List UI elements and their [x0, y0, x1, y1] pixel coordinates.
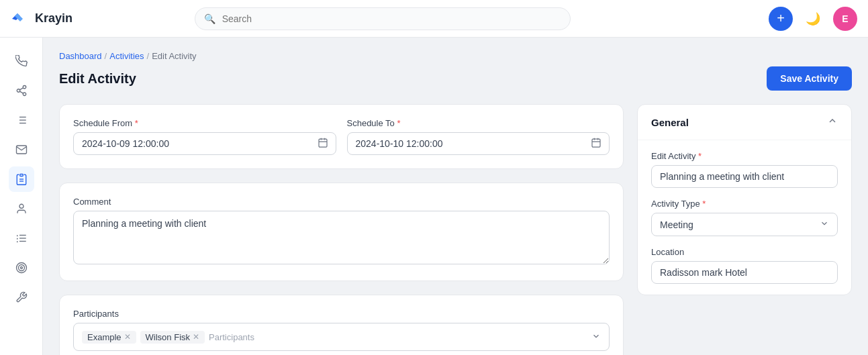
panel-activity-type-field: Activity Type * Meeting: [651, 199, 838, 236]
participant-tag-example-remove[interactable]: ✕: [124, 333, 131, 341]
panel-location-label: Location: [651, 247, 838, 257]
comment-card: Comment: [59, 183, 624, 281]
avatar[interactable]: E: [833, 7, 857, 31]
panel-activity-type-arrow-icon: [820, 219, 829, 230]
main-content: Dashboard / Activities / Edit Activity E…: [43, 38, 868, 355]
panel-activity-type-value: Meeting: [660, 219, 820, 230]
svg-point-14: [19, 204, 23, 208]
breadcrumb-current: Edit Activity: [152, 51, 196, 61]
panel-title: General: [651, 117, 689, 128]
nav-icon-list[interactable]: [9, 107, 34, 133]
page-header: Edit Activity Save Activity: [59, 66, 852, 91]
svg-point-0: [23, 86, 26, 89]
nav-icon-wrench[interactable]: [9, 285, 34, 310]
calendar-from-icon[interactable]: [318, 138, 328, 150]
participant-tag-example-label: Example: [87, 332, 122, 342]
participants-card: Participants Example ✕ Wilson Fisk ✕ Par…: [59, 295, 624, 355]
svg-line-4: [19, 88, 23, 90]
panel-location-input[interactable]: [651, 261, 838, 284]
svg-rect-21: [319, 139, 327, 147]
breadcrumb-activities[interactable]: Activities: [109, 51, 144, 61]
panel-body: Edit Activity * Activity Type * Meeting: [638, 140, 851, 295]
topbar-actions: + 🌙 E: [769, 7, 857, 31]
schedule-card: Schedule From *: [59, 104, 624, 169]
schedule-from-label: Schedule From *: [73, 118, 336, 128]
panel-edit-activity-field: Edit Activity *: [651, 151, 838, 188]
general-panel: General Edit Activity *: [637, 104, 852, 295]
breadcrumb-dashboard[interactable]: Dashboard: [59, 51, 102, 61]
schedule-from-input[interactable]: [73, 132, 336, 155]
form-layout: Schedule From *: [59, 104, 852, 355]
logo-icon: [11, 12, 30, 26]
schedule-row: Schedule From *: [73, 118, 610, 155]
save-activity-button[interactable]: Save Activity: [767, 66, 852, 91]
sidebar-nav: [0, 38, 43, 355]
schedule-to-label: Schedule To *: [347, 118, 610, 128]
theme-toggle-button[interactable]: 🌙: [801, 7, 825, 31]
schedule-from-group: Schedule From *: [73, 118, 336, 155]
nav-icon-mail[interactable]: [9, 137, 34, 162]
participants-placeholder: Participants: [209, 332, 254, 342]
search-icon: 🔍: [204, 13, 215, 24]
required-star-3: *: [698, 151, 702, 161]
schedule-to-group: Schedule To *: [347, 118, 610, 155]
participants-chevron-icon[interactable]: [591, 332, 601, 343]
panel-header: General: [638, 105, 851, 140]
participant-tag-wilson: Wilson Fisk ✕: [140, 331, 205, 344]
topbar: Krayin 🔍 + 🌙 E: [0, 0, 868, 38]
comment-textarea[interactable]: [73, 211, 610, 264]
panel-collapse-icon[interactable]: [827, 115, 838, 129]
breadcrumb-sep-1: /: [105, 51, 107, 61]
svg-rect-25: [592, 139, 600, 147]
sidebar-panel: General Edit Activity *: [637, 104, 852, 355]
comment-label: Comment: [73, 197, 610, 207]
nav-icon-phone[interactable]: [9, 48, 34, 74]
panel-location-field: Location: [651, 247, 838, 284]
breadcrumb-sep-2: /: [147, 51, 150, 61]
participant-tag-example: Example ✕: [82, 331, 136, 344]
required-star-4: *: [702, 199, 706, 209]
panel-activity-type-select[interactable]: Meeting: [651, 213, 838, 236]
svg-point-19: [18, 265, 24, 271]
add-button[interactable]: +: [769, 7, 793, 31]
panel-edit-activity-label: Edit Activity *: [651, 151, 838, 161]
brand: Krayin: [11, 11, 91, 26]
nav-icon-share[interactable]: [9, 78, 34, 103]
svg-point-1: [17, 89, 20, 93]
required-star: *: [135, 118, 138, 128]
nav-icon-target[interactable]: [9, 255, 34, 281]
brand-name: Krayin: [35, 11, 73, 26]
participant-tag-wilson-label: Wilson Fisk: [146, 332, 190, 342]
schedule-from-input-wrap: [73, 132, 336, 155]
breadcrumb: Dashboard / Activities / Edit Activity: [59, 51, 852, 61]
participant-tag-wilson-remove[interactable]: ✕: [193, 333, 199, 341]
search-bar: 🔍: [195, 7, 571, 30]
participants-label: Participants: [73, 309, 610, 319]
svg-point-18: [16, 263, 26, 273]
nav-icon-person[interactable]: [9, 196, 34, 221]
form-main: Schedule From *: [59, 104, 624, 355]
schedule-to-input[interactable]: [347, 132, 610, 155]
nav-icon-clipboard[interactable]: [9, 166, 34, 192]
nav-icon-box[interactable]: [9, 225, 34, 251]
search-input[interactable]: [195, 7, 571, 30]
page-title: Edit Activity: [59, 71, 136, 87]
panel-edit-activity-input[interactable]: [651, 165, 838, 188]
required-star-2: *: [397, 118, 400, 128]
svg-point-20: [20, 267, 22, 269]
schedule-to-input-wrap: [347, 132, 610, 155]
svg-line-3: [19, 91, 23, 93]
svg-rect-11: [19, 174, 23, 176]
svg-point-2: [23, 93, 26, 96]
calendar-to-icon[interactable]: [591, 138, 601, 150]
participants-input[interactable]: Example ✕ Wilson Fisk ✕ Participants: [73, 323, 610, 351]
panel-activity-type-label: Activity Type *: [651, 199, 838, 209]
